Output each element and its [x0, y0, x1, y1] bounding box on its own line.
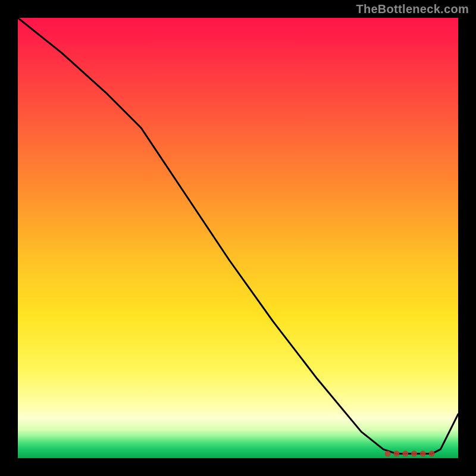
watermark-label: TheBottleneck.com [356, 2, 469, 16]
svg-point-0 [385, 451, 391, 457]
chart-svg [18, 18, 458, 458]
svg-point-2 [402, 451, 408, 457]
curve-line [18, 18, 458, 454]
chart-frame: TheBottleneck.com [0, 0, 476, 476]
svg-point-1 [393, 451, 399, 457]
svg-point-5 [429, 451, 435, 457]
svg-point-3 [411, 451, 417, 457]
plot-area [18, 18, 458, 458]
svg-point-4 [420, 451, 426, 457]
